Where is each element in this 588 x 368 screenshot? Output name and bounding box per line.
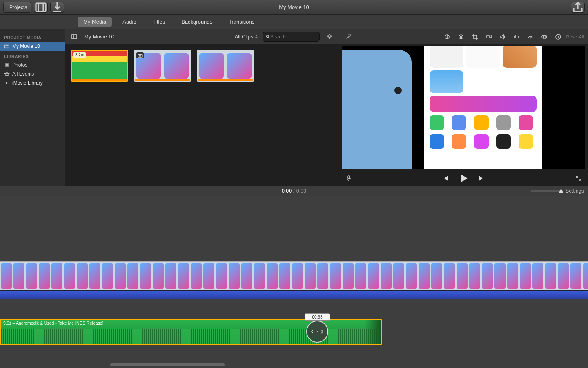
color-correction-button[interactable] xyxy=(455,32,467,42)
enhance-button[interactable] xyxy=(343,32,354,42)
sidebar-header-libraries: LIBRARIES xyxy=(0,51,65,61)
clip-used-strip xyxy=(72,79,127,81)
toggle-sidebar-button[interactable] xyxy=(69,32,80,42)
film-list-icon xyxy=(34,1,47,14)
trim-right-icon xyxy=(321,330,324,334)
total-time: 0:33 xyxy=(296,188,306,194)
projects-back-button[interactable]: Projects xyxy=(3,2,31,13)
tab-audio[interactable]: Audio xyxy=(117,17,142,27)
trim-handle[interactable]: 00:33 xyxy=(305,313,330,343)
window-title: My Movie 10 xyxy=(0,4,588,10)
media-tabs: My Media Audio Titles Backgrounds Transi… xyxy=(0,15,588,29)
media-clip-audio[interactable]: 3.2m xyxy=(71,50,128,82)
timeline-frame[interactable] xyxy=(304,262,329,290)
timeline-frame[interactable] xyxy=(481,262,506,290)
video-camera-icon xyxy=(486,34,492,40)
timeline-frame[interactable] xyxy=(329,262,354,290)
info-button[interactable] xyxy=(552,32,564,42)
media-browser: My Movie 10 All Clips 3.2m xyxy=(65,29,339,186)
timeline[interactable]: /*placeholder*/ 9.9s – Andromedik & Used… xyxy=(0,196,588,368)
timeline-frame[interactable] xyxy=(557,262,582,290)
noise-reduction-button[interactable] xyxy=(511,32,522,42)
timeline-frame[interactable] xyxy=(354,262,380,290)
tab-my-media[interactable]: My Media xyxy=(78,17,112,27)
svg-rect-16 xyxy=(348,176,350,179)
timeline-frame[interactable] xyxy=(582,262,588,290)
audio-fade-out xyxy=(365,320,381,344)
timeline-frame[interactable] xyxy=(278,262,304,290)
search-input[interactable] xyxy=(270,34,317,40)
tab-transitions[interactable]: Transitions xyxy=(223,17,260,27)
magic-wand-icon xyxy=(345,34,352,40)
tab-titles[interactable]: Titles xyxy=(147,17,171,27)
clip-filter-dropdown[interactable]: All Clips xyxy=(235,34,258,40)
clip-used-strip xyxy=(198,79,253,81)
timeline-frame[interactable] xyxy=(203,262,228,290)
timeline-frame[interactable] xyxy=(228,262,253,290)
window-toolbar: Projects My Movie 10 xyxy=(0,0,588,15)
timeline-frame[interactable] xyxy=(380,262,405,290)
crop-button[interactable] xyxy=(469,32,481,42)
timeline-frame[interactable] xyxy=(532,262,557,290)
import-button[interactable] xyxy=(50,2,64,13)
video-track[interactable]: /*placeholder*/ xyxy=(0,261,588,299)
color-balance-button[interactable] xyxy=(441,32,453,42)
timeline-zoom-slider[interactable] xyxy=(530,190,563,192)
sidebar-item-imovie-library[interactable]: iMovie Library xyxy=(0,79,65,88)
timeline-frame[interactable] xyxy=(456,262,481,290)
search-field[interactable] xyxy=(263,32,320,42)
sidebar-item-label: Photos xyxy=(12,62,27,68)
star-icon xyxy=(4,71,10,77)
trim-tooltip: 00:33 xyxy=(305,313,330,321)
video-clip-audio[interactable] xyxy=(0,291,588,299)
timeline-frame[interactable] xyxy=(101,262,127,290)
speaker-icon xyxy=(499,34,506,40)
clip-duration-badge: 3.2m xyxy=(74,52,86,58)
fullscreen-button[interactable] xyxy=(572,173,584,183)
timeline-settings-button[interactable]: Settings xyxy=(566,188,584,194)
voiceover-button[interactable] xyxy=(343,173,354,183)
sidebar-item-all-events[interactable]: All Events xyxy=(0,70,65,79)
media-clip-video[interactable] xyxy=(197,50,254,82)
timeline-frame[interactable] xyxy=(25,262,51,290)
svg-point-10 xyxy=(459,35,463,39)
timeline-frame[interactable] xyxy=(152,262,177,290)
media-settings-button[interactable] xyxy=(324,32,335,42)
timeline-frame[interactable] xyxy=(430,262,456,290)
playhead[interactable] xyxy=(380,196,380,368)
timeline-frame[interactable] xyxy=(0,262,25,290)
speedometer-icon xyxy=(527,34,534,40)
sidebar-item-photos[interactable]: Photos xyxy=(0,61,65,70)
media-header-title: My Movie 10 xyxy=(84,34,114,40)
media-clip-photo[interactable] xyxy=(134,50,191,82)
timeline-frame[interactable] xyxy=(177,262,203,290)
library-list-button[interactable] xyxy=(34,2,48,13)
sidebar-item-label: My Movie 10 xyxy=(12,43,40,49)
svg-point-5 xyxy=(266,35,269,38)
timeline-frame[interactable] xyxy=(76,262,101,290)
reset-all-button[interactable]: Reset All xyxy=(566,34,584,39)
share-button[interactable] xyxy=(571,2,585,13)
timeline-frame[interactable] xyxy=(405,262,430,290)
timeline-frame[interactable] xyxy=(253,262,278,290)
timeline-frame[interactable] xyxy=(127,262,152,290)
tab-backgrounds[interactable]: Backgrounds xyxy=(176,17,218,27)
svg-point-2 xyxy=(5,63,9,67)
timeline-scrollbar[interactable] xyxy=(110,363,225,366)
speed-button[interactable] xyxy=(525,32,536,42)
fullscreen-icon xyxy=(575,175,581,182)
volume-button[interactable] xyxy=(497,32,508,42)
stabilization-button[interactable] xyxy=(483,32,494,42)
svg-rect-12 xyxy=(486,36,490,38)
clapperboard-icon xyxy=(4,43,10,49)
filters-button[interactable] xyxy=(539,32,550,42)
sidebar-item-project[interactable]: My Movie 10 xyxy=(0,42,65,51)
play-button[interactable] xyxy=(458,173,469,184)
timeline-frame[interactable] xyxy=(506,262,532,290)
prev-button[interactable] xyxy=(442,174,450,182)
sidebar-toggle-icon xyxy=(71,34,78,40)
preview-viewport[interactable] xyxy=(342,46,585,169)
camera-icon xyxy=(138,54,143,58)
next-button[interactable] xyxy=(477,174,485,182)
timeline-frame[interactable] xyxy=(51,262,76,290)
